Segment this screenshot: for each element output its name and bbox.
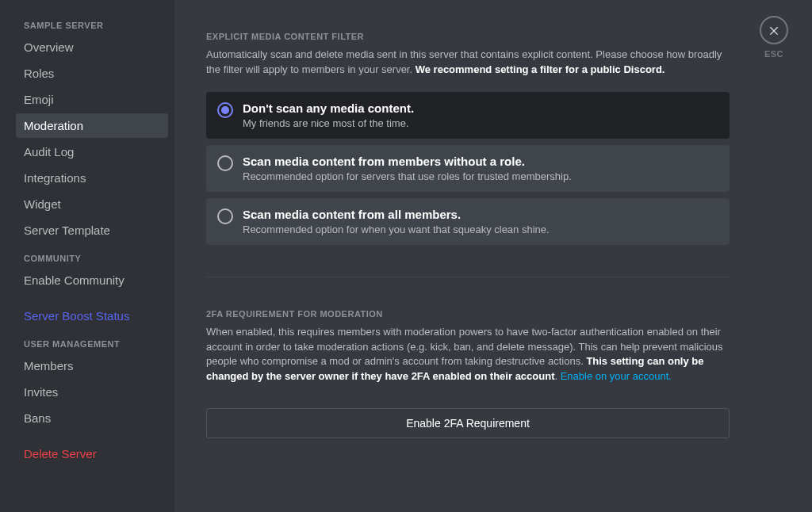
sidebar-item-invites[interactable]: Invites xyxy=(16,380,168,404)
radio-text: Scan media content from all members. Rec… xyxy=(243,208,718,235)
close-button[interactable] xyxy=(760,16,788,44)
sidebar-item-delete-server[interactable]: Delete Server xyxy=(16,441,168,466)
close-icon xyxy=(768,24,780,36)
twofa-enable-link[interactable]: Enable on your account. xyxy=(561,370,672,382)
sidebar-item-bans[interactable]: Bans xyxy=(16,406,168,430)
close-container: ESC xyxy=(760,16,788,59)
sidebar-item-moderation[interactable]: Moderation xyxy=(16,113,168,138)
radio-title: Scan media content from all members. xyxy=(243,208,718,221)
radio-text: Don't scan any media content. My friends… xyxy=(243,101,718,129)
sidebar-header-user-management: USER MANAGEMENT xyxy=(16,334,168,353)
filter-heading: EXPLICIT MEDIA CONTENT FILTER xyxy=(206,32,730,41)
radio-title: Scan media content from members without … xyxy=(243,155,718,168)
filter-option-none[interactable]: Don't scan any media content. My friends… xyxy=(206,92,730,139)
sidebar-item-roles[interactable]: Roles xyxy=(16,61,168,86)
sidebar-header-server: SAMPLE SERVER xyxy=(16,16,168,35)
radio-subtitle: Recommended option for when you want tha… xyxy=(243,224,718,235)
settings-sidebar: SAMPLE SERVER Overview Roles Emoji Moder… xyxy=(0,0,174,512)
radio-subtitle: My friends are nice most of the time. xyxy=(243,117,718,129)
radio-icon xyxy=(217,155,233,171)
sidebar-item-members[interactable]: Members xyxy=(16,353,168,378)
filter-option-no-role[interactable]: Scan media content from members without … xyxy=(206,145,730,192)
sidebar-item-enable-community[interactable]: Enable Community xyxy=(16,268,168,292)
twofa-heading: 2FA REQUIREMENT FOR MODERATION xyxy=(206,309,730,319)
radio-icon xyxy=(217,208,233,224)
close-label: ESC xyxy=(764,49,783,59)
filter-description: Automatically scan and delete media sent… xyxy=(206,48,730,78)
radio-title: Don't scan any media content. xyxy=(243,101,718,115)
sidebar-item-integrations[interactable]: Integrations xyxy=(16,166,168,190)
filter-option-all[interactable]: Scan media content from all members. Rec… xyxy=(206,198,730,245)
twofa-description: When enabled, this requires members with… xyxy=(206,325,730,384)
radio-text: Scan media content from members without … xyxy=(243,155,718,182)
main-content: ESC EXPLICIT MEDIA CONTENT FILTER Automa… xyxy=(174,0,812,512)
radio-subtitle: Recommended option for servers that use … xyxy=(243,170,718,182)
sidebar-item-server-template[interactable]: Server Template xyxy=(16,218,168,243)
sidebar-item-audit-log[interactable]: Audit Log xyxy=(16,139,168,164)
filter-desc-bold: We recommend setting a filter for a publ… xyxy=(416,63,665,75)
sidebar-item-overview[interactable]: Overview xyxy=(16,35,168,59)
sidebar-item-widget[interactable]: Widget xyxy=(16,192,168,216)
section-divider xyxy=(206,277,730,277)
sidebar-item-emoji[interactable]: Emoji xyxy=(16,87,168,112)
sidebar-item-server-boost[interactable]: Server Boost Status xyxy=(16,304,168,328)
filter-radio-group: Don't scan any media content. My friends… xyxy=(206,92,730,245)
radio-icon xyxy=(217,102,233,118)
enable-2fa-button[interactable]: Enable 2FA Requirement xyxy=(206,408,730,438)
sidebar-header-community: COMMUNITY xyxy=(16,249,168,268)
